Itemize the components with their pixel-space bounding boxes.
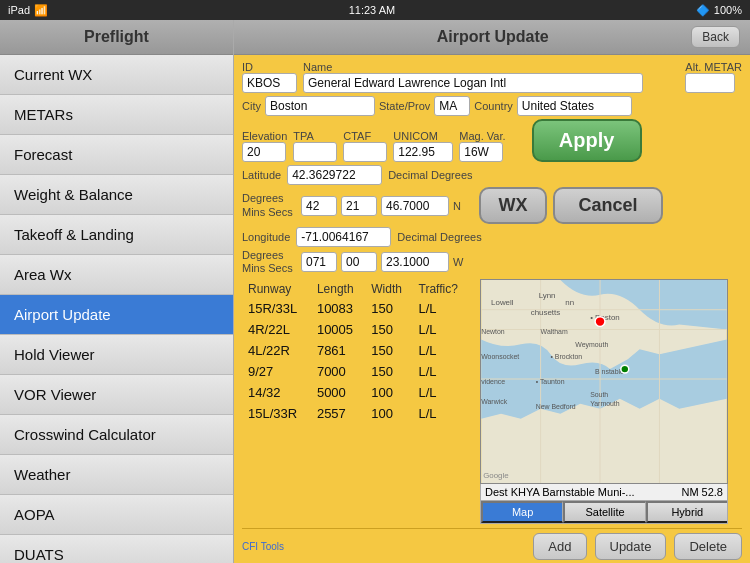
table-cell: L/L [415,404,470,423]
sidebar-item-airport-update[interactable]: Airport Update [0,295,233,335]
table-row: 15L/33R2557100L/L [244,404,470,423]
table-row: 4R/22L10005150L/L [244,320,470,339]
lat-min-input[interactable] [341,196,377,216]
table-cell: 15R/33L [244,299,311,318]
lat-dir-label: N [453,200,461,212]
form-content: ID Name Alt. METAR City State/Prov Cou [234,55,750,563]
elevation-label: Elevation [242,130,287,142]
add-button[interactable]: Add [533,533,586,560]
wx-button[interactable]: WX [479,187,547,224]
longitude-label: Longitude [242,231,290,243]
decimal-degrees-lat-label: Decimal Degrees [388,169,472,181]
sidebar-item-crosswind-calculator[interactable]: Crosswind Calculator [0,415,233,455]
dest-name: KHYA Barnstable Muni-... [511,486,679,498]
sidebar-item-takeoff--landing[interactable]: Takeoff & Landing [0,215,233,255]
latitude-input[interactable] [287,165,382,185]
country-label: Country [474,100,513,112]
sidebar-item-aopa[interactable]: AOPA [0,495,233,535]
back-button[interactable]: Back [691,26,740,48]
city-label: City [242,100,261,112]
elevation-input[interactable] [242,142,286,162]
cfi-tools-label: CFI Tools [242,541,284,552]
svg-text:New Bedford: New Bedford [536,403,576,410]
time-label: 11:23 AM [349,4,395,16]
lon-min-input[interactable] [341,252,377,272]
alt-metar-input[interactable] [685,73,735,93]
battery-label: 100% [714,4,742,16]
map-tab-hybrid[interactable]: Hybrid [646,501,727,523]
sidebar-item-hold-viewer[interactable]: Hold Viewer [0,335,233,375]
sidebar-item-area-wx[interactable]: Area Wx [0,255,233,295]
sidebar-item-duats[interactable]: DUATS [0,535,233,563]
lon-dms-label: DegreesMins Secs [242,249,297,275]
map-tab-map[interactable]: Map [481,501,563,523]
sidebar-item-forecast[interactable]: Forecast [0,135,233,175]
apply-button[interactable]: Apply [532,119,642,162]
table-cell: 7000 [313,362,365,381]
bottom-toolbar: CFI Tools Add Update Delete [242,528,742,560]
table-cell: 15L/33R [244,404,311,423]
sidebar-header: Preflight [0,20,233,55]
update-button[interactable]: Update [595,533,667,560]
mag-var-input[interactable] [459,142,503,162]
map-display[interactable]: Lowell Lynn chusetts nn • Boston Newton … [480,279,728,484]
svg-point-24 [595,317,605,327]
table-row: 4L/22R7861150L/L [244,341,470,360]
svg-text:Yarmouth: Yarmouth [590,400,620,407]
svg-text:Warwick: Warwick [481,398,507,405]
ctaf-label: CTAF [343,130,387,142]
table-cell: L/L [415,320,470,339]
cancel-button[interactable]: Cancel [553,187,663,224]
city-input[interactable] [265,96,375,116]
country-input[interactable] [517,96,632,116]
unicom-label: UNICOM [393,130,453,142]
svg-text:• Brockton: • Brockton [551,354,583,361]
main-panel: Airport Update Back ID Name Alt. METAR [234,20,750,563]
id-input[interactable] [242,73,297,93]
svg-text:Lynn: Lynn [539,291,556,300]
sidebar-item-metars[interactable]: METARs [0,95,233,135]
sidebar-item-weather[interactable]: Weather [0,455,233,495]
tpa-label: TPA [293,130,337,142]
dest-label: Dest [485,486,508,498]
runway-col-width: Width [367,281,412,297]
lon-deg-input[interactable] [301,252,337,272]
map-tab-satellite[interactable]: Satellite [563,501,645,523]
table-row: 15R/33L10083150L/L [244,299,470,318]
alt-metar-label: Alt. METAR [685,61,742,73]
table-cell: L/L [415,383,470,402]
mag-var-label: Mag. Var. [459,130,505,142]
table-cell: 7861 [313,341,365,360]
delete-button[interactable]: Delete [674,533,742,560]
tpa-input[interactable] [293,142,337,162]
longitude-input[interactable] [296,227,391,247]
runway-col-runway: Runway [244,281,311,297]
table-row: 14/325000100L/L [244,383,470,402]
lat-sec-input[interactable] [381,196,449,216]
sidebar-items: Current WXMETARsForecastWeight & Balance… [0,55,233,563]
table-cell: L/L [415,299,470,318]
lon-sec-input[interactable] [381,252,449,272]
map-dest-bar: Dest KHYA Barnstable Muni-... NM 52.8 [480,484,728,501]
table-cell: 4R/22L [244,320,311,339]
sidebar-item-weight--balance[interactable]: Weight & Balance [0,175,233,215]
sidebar: Preflight Current WXMETARsForecastWeight… [0,20,234,563]
map-section: Lowell Lynn chusetts nn • Boston Newton … [480,279,728,524]
svg-text:Waltham: Waltham [541,329,568,336]
svg-text:Woonsocket: Woonsocket [481,354,519,361]
name-input[interactable] [303,73,643,93]
unicom-input[interactable] [393,142,453,162]
main-header: Airport Update Back [234,20,750,55]
svg-point-25 [621,366,629,374]
state-label: State/Prov [379,100,430,112]
id-label: ID [242,61,297,73]
table-cell: 150 [367,341,412,360]
wifi-icon: 📶 [34,4,48,17]
svg-text:Newton: Newton [481,329,505,336]
state-input[interactable] [434,96,470,116]
table-cell: 100 [367,404,412,423]
ctaf-input[interactable] [343,142,387,162]
lat-deg-input[interactable] [301,196,337,216]
sidebar-item-vor-viewer[interactable]: VOR Viewer [0,375,233,415]
sidebar-item-current-wx[interactable]: Current WX [0,55,233,95]
